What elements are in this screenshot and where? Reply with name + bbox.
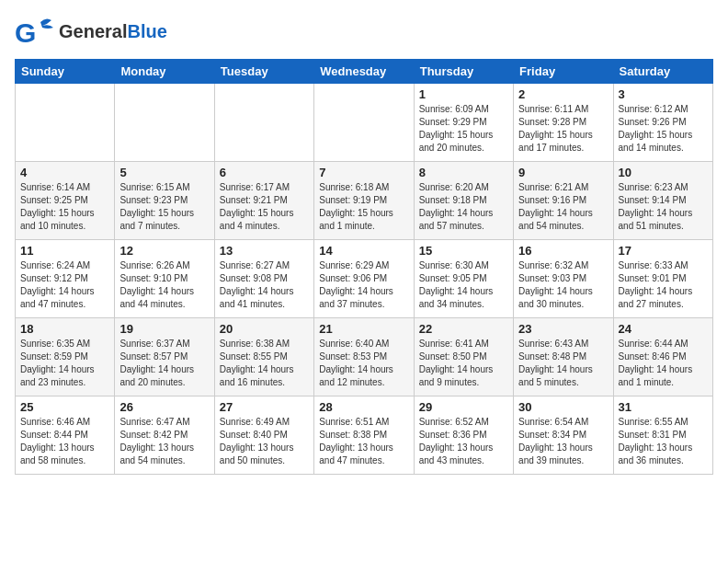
day-number: 23 [518, 322, 608, 336]
calendar-cell [314, 84, 414, 162]
day-number: 11 [20, 244, 109, 258]
day-info: Sunrise: 6:30 AM Sunset: 9:05 PM Dayligh… [419, 259, 508, 311]
svg-text:G: G [15, 17, 36, 48]
calendar-cell: 29Sunrise: 6:52 AM Sunset: 8:36 PM Dayli… [414, 396, 513, 475]
day-number: 3 [619, 87, 708, 101]
day-number: 22 [419, 322, 508, 336]
day-info: Sunrise: 6:23 AM Sunset: 9:14 PM Dayligh… [619, 181, 708, 233]
day-info: Sunrise: 6:32 AM Sunset: 9:03 PM Dayligh… [518, 259, 608, 311]
calendar-table: Sunday Monday Tuesday Wednesday Thursday… [15, 59, 713, 475]
day-info: Sunrise: 6:12 AM Sunset: 9:26 PM Dayligh… [619, 103, 708, 155]
calendar-cell: 10Sunrise: 6:23 AM Sunset: 9:14 PM Dayli… [613, 162, 712, 240]
day-info: Sunrise: 6:24 AM Sunset: 9:12 PM Dayligh… [20, 259, 109, 311]
day-number: 25 [20, 400, 109, 414]
day-info: Sunrise: 6:46 AM Sunset: 8:44 PM Dayligh… [20, 416, 109, 467]
header-monday: Monday [115, 60, 214, 84]
calendar-cell: 8Sunrise: 6:20 AM Sunset: 9:18 PM Daylig… [414, 162, 513, 240]
day-info: Sunrise: 6:09 AM Sunset: 9:29 PM Dayligh… [419, 103, 508, 155]
day-number: 10 [619, 166, 708, 179]
calendar-cell: 6Sunrise: 6:17 AM Sunset: 9:21 PM Daylig… [214, 162, 313, 240]
calendar-week-2: 4Sunrise: 6:14 AM Sunset: 9:25 PM Daylig… [16, 162, 713, 240]
day-number: 9 [518, 166, 608, 179]
day-number: 6 [220, 166, 309, 179]
day-info: Sunrise: 6:35 AM Sunset: 8:59 PM Dayligh… [20, 338, 109, 389]
day-info: Sunrise: 6:20 AM Sunset: 9:18 PM Dayligh… [419, 181, 508, 233]
calendar-cell: 9Sunrise: 6:21 AM Sunset: 9:16 PM Daylig… [514, 162, 613, 240]
day-number: 20 [220, 322, 309, 336]
calendar-cell: 17Sunrise: 6:33 AM Sunset: 9:01 PM Dayli… [613, 240, 712, 318]
day-info: Sunrise: 6:55 AM Sunset: 8:31 PM Dayligh… [619, 416, 708, 467]
calendar-cell: 5Sunrise: 6:15 AM Sunset: 9:23 PM Daylig… [115, 162, 214, 240]
day-info: Sunrise: 6:27 AM Sunset: 9:08 PM Dayligh… [220, 259, 309, 311]
day-number: 17 [619, 244, 708, 258]
day-info: Sunrise: 6:29 AM Sunset: 9:06 PM Dayligh… [319, 259, 408, 311]
header-tuesday: Tuesday [214, 60, 313, 84]
day-info: Sunrise: 6:21 AM Sunset: 9:16 PM Dayligh… [518, 181, 608, 233]
calendar-cell: 4Sunrise: 6:14 AM Sunset: 9:25 PM Daylig… [16, 162, 115, 240]
day-number: 12 [119, 244, 209, 258]
day-info: Sunrise: 6:44 AM Sunset: 8:46 PM Dayligh… [619, 338, 708, 389]
day-number: 14 [319, 244, 408, 258]
calendar-cell: 31Sunrise: 6:55 AM Sunset: 8:31 PM Dayli… [613, 396, 712, 475]
day-number: 21 [319, 322, 408, 336]
day-info: Sunrise: 6:18 AM Sunset: 9:19 PM Dayligh… [319, 181, 408, 233]
header-friday: Friday [514, 60, 613, 84]
day-info: Sunrise: 6:14 AM Sunset: 9:25 PM Dayligh… [20, 181, 109, 233]
day-info: Sunrise: 6:51 AM Sunset: 8:38 PM Dayligh… [319, 416, 408, 467]
calendar-cell: 22Sunrise: 6:41 AM Sunset: 8:50 PM Dayli… [414, 318, 513, 396]
day-info: Sunrise: 6:11 AM Sunset: 9:28 PM Dayligh… [518, 103, 608, 155]
calendar-cell [214, 84, 313, 162]
day-info: Sunrise: 6:38 AM Sunset: 8:55 PM Dayligh… [220, 338, 309, 389]
day-info: Sunrise: 6:15 AM Sunset: 9:23 PM Dayligh… [119, 181, 209, 233]
calendar-header-row: Sunday Monday Tuesday Wednesday Thursday… [16, 60, 713, 84]
day-number: 1 [419, 87, 508, 101]
day-number: 4 [20, 166, 109, 179]
day-info: Sunrise: 6:33 AM Sunset: 9:01 PM Dayligh… [619, 259, 708, 311]
day-info: Sunrise: 6:17 AM Sunset: 9:21 PM Dayligh… [220, 181, 309, 233]
calendar-week-3: 11Sunrise: 6:24 AM Sunset: 9:12 PM Dayli… [16, 240, 713, 318]
calendar-cell: 26Sunrise: 6:47 AM Sunset: 8:42 PM Dayli… [115, 396, 214, 475]
header-wednesday: Wednesday [314, 60, 414, 84]
calendar-cell: 28Sunrise: 6:51 AM Sunset: 8:38 PM Dayli… [314, 396, 414, 475]
day-info: Sunrise: 6:49 AM Sunset: 8:40 PM Dayligh… [220, 416, 309, 467]
calendar-cell: 12Sunrise: 6:26 AM Sunset: 9:10 PM Dayli… [115, 240, 214, 318]
day-info: Sunrise: 6:54 AM Sunset: 8:34 PM Dayligh… [518, 416, 608, 467]
day-info: Sunrise: 6:26 AM Sunset: 9:10 PM Dayligh… [119, 259, 209, 311]
day-number: 8 [419, 166, 508, 179]
day-info: Sunrise: 6:40 AM Sunset: 8:53 PM Dayligh… [319, 338, 408, 389]
day-number: 16 [518, 244, 608, 258]
day-number: 5 [119, 166, 209, 179]
calendar-cell: 30Sunrise: 6:54 AM Sunset: 8:34 PM Dayli… [514, 396, 613, 475]
day-number: 31 [619, 400, 708, 414]
day-number: 30 [518, 400, 608, 414]
logo-icon: G [15, 15, 55, 48]
day-info: Sunrise: 6:37 AM Sunset: 8:57 PM Dayligh… [119, 338, 209, 389]
header-thursday: Thursday [414, 60, 513, 84]
calendar-week-5: 25Sunrise: 6:46 AM Sunset: 8:44 PM Dayli… [16, 396, 713, 475]
day-number: 2 [518, 87, 608, 101]
page-header: G GeneralBlue [15, 15, 713, 48]
logo: G GeneralBlue [15, 15, 167, 48]
day-number: 7 [319, 166, 408, 179]
calendar-cell: 2Sunrise: 6:11 AM Sunset: 9:28 PM Daylig… [514, 84, 613, 162]
calendar-cell: 20Sunrise: 6:38 AM Sunset: 8:55 PM Dayli… [214, 318, 313, 396]
calendar-cell: 19Sunrise: 6:37 AM Sunset: 8:57 PM Dayli… [115, 318, 214, 396]
calendar-cell: 16Sunrise: 6:32 AM Sunset: 9:03 PM Dayli… [514, 240, 613, 318]
day-number: 28 [319, 400, 408, 414]
calendar-cell: 25Sunrise: 6:46 AM Sunset: 8:44 PM Dayli… [16, 396, 115, 475]
day-number: 13 [220, 244, 309, 258]
day-info: Sunrise: 6:47 AM Sunset: 8:42 PM Dayligh… [119, 416, 209, 467]
calendar-week-1: 1Sunrise: 6:09 AM Sunset: 9:29 PM Daylig… [16, 84, 713, 162]
day-info: Sunrise: 6:41 AM Sunset: 8:50 PM Dayligh… [419, 338, 508, 389]
day-number: 15 [419, 244, 508, 258]
calendar-cell [115, 84, 214, 162]
calendar-cell: 11Sunrise: 6:24 AM Sunset: 9:12 PM Dayli… [16, 240, 115, 318]
day-number: 29 [419, 400, 508, 414]
calendar-cell: 3Sunrise: 6:12 AM Sunset: 9:26 PM Daylig… [613, 84, 712, 162]
header-saturday: Saturday [613, 60, 712, 84]
day-info: Sunrise: 6:52 AM Sunset: 8:36 PM Dayligh… [419, 416, 508, 467]
day-number: 24 [619, 322, 708, 336]
day-number: 26 [119, 400, 209, 414]
calendar-week-4: 18Sunrise: 6:35 AM Sunset: 8:59 PM Dayli… [16, 318, 713, 396]
calendar-cell: 15Sunrise: 6:30 AM Sunset: 9:05 PM Dayli… [414, 240, 513, 318]
